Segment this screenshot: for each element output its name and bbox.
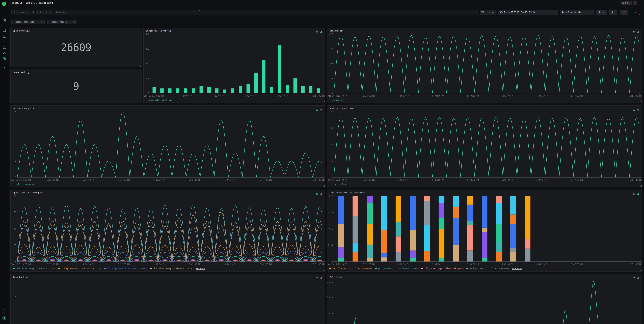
chart-actions-sec[interactable]: 050100150200Dec 16 5:29:30 PM5:32:00 PM5… xyxy=(327,28,642,103)
lucene-toggle[interactable]: Lucene xyxy=(488,11,494,13)
legend-item[interactable]: poll_success_syn..-flow-task-queue xyxy=(420,267,463,270)
bar-chart-toggle-icon[interactable] xyxy=(637,192,640,195)
resize-handle[interactable] xyxy=(324,101,325,102)
legend-item[interactable]: poll_timeout · c..-flow-task-queue xyxy=(375,267,418,270)
bar-chart-toggle-icon[interactable] xyxy=(637,277,640,279)
svg-text:100: 100 xyxy=(12,195,16,197)
chart-p95-latency[interactable]: 0.0380.0290.019 xyxy=(327,274,642,324)
bar-chart-toggle-icon[interactable] xyxy=(320,277,323,279)
query-language-toggle[interactable]: SQL | Lucene xyxy=(480,10,496,15)
app-logo[interactable] xyxy=(2,1,7,6)
svg-text:5K: 5K xyxy=(330,160,333,162)
temporal-namespace-filter[interactable]: Temporal namespace xyxy=(12,20,44,24)
sidebar-item-chart-explorer[interactable] xyxy=(2,34,6,38)
chart-task-backlog[interactable]: 432 xyxy=(10,274,325,324)
granularity-select[interactable]: Auto Granularity xyxy=(560,10,594,15)
legend-item[interactable]: clickpipes-aws-p..outheast-2.12c4n xyxy=(150,267,192,270)
refresh-button[interactable] xyxy=(610,10,617,15)
chart-pending-requests[interactable]: 05K10K15K20KDec 16 5:29:30 PM5:32:00 PM5… xyxy=(327,106,642,187)
line-chart-toggle-icon[interactable] xyxy=(633,30,636,33)
svg-text:5:47:00 PM: 5:47:00 PM xyxy=(260,263,272,266)
svg-text:0.6: 0.6 xyxy=(146,48,149,50)
svg-text:5:51:00 PM: 5:51:00 PM xyxy=(313,179,324,181)
resize-handle[interactable] xyxy=(324,185,325,187)
dashboard-menu-button[interactable]: ⋮ xyxy=(633,1,637,5)
svg-text:5:37:00 PM: 5:37:00 PM xyxy=(118,179,130,181)
line-chart-toggle-icon[interactable] xyxy=(633,108,636,111)
time-range-picker[interactable]: Dec 16 17:29:30 - Dec 16 17:51:30 xyxy=(498,10,558,15)
resize-handle[interactable] xyxy=(640,270,642,271)
sql-toggle[interactable]: SQL xyxy=(481,11,484,13)
svg-text:5:47:00 PM: 5:47:00 PM xyxy=(571,95,582,97)
panel-title: Active Namespaces xyxy=(13,107,34,110)
resize-handle[interactable] xyxy=(140,101,141,102)
bar-chart-toggle-icon[interactable] xyxy=(637,30,640,33)
run-query-button[interactable] xyxy=(630,10,640,15)
legend-item[interactable]: clickpipes-aws-p..outheast-2.12c4n xyxy=(58,267,101,270)
chart-task-queue-poll-outcomes[interactable]: 00.050.10.150.2Dec 16 5:29:30 PM5:32:00 … xyxy=(327,190,642,271)
legend-item[interactable]: clickpipes-aws-p..-us-east-2.12c4n xyxy=(12,267,55,270)
temporal-region-filter[interactable]: Temporal region xyxy=(48,20,77,24)
line-chart-toggle-icon[interactable] xyxy=(316,192,318,195)
search-input[interactable] xyxy=(12,10,479,15)
line-chart-toggle-icon[interactable] xyxy=(316,277,318,279)
svg-text:75: 75 xyxy=(14,211,16,213)
legend-item[interactable]: poll_success · c..-flow-task-queue xyxy=(466,267,509,270)
sidebar-item-search[interactable] xyxy=(2,28,6,32)
bar-chart-toggle-icon[interactable] xyxy=(637,108,640,111)
sidebar-item-settings[interactable] xyxy=(2,66,6,70)
select-chevrons-icon xyxy=(41,21,43,23)
namespace-filter-label: Temporal namespace xyxy=(13,21,34,23)
svg-text:Dec 16 5:29:30 PM: Dec 16 5:29:30 PM xyxy=(328,179,347,181)
svg-text:5:32:00 PM: 5:32:00 PM xyxy=(47,263,58,266)
resize-handle[interactable] xyxy=(640,185,642,187)
resize-handle[interactable] xyxy=(140,65,141,67)
select-chevrons-icon xyxy=(590,11,592,13)
legend-item[interactable]: no_poller_tasks ..-flow-task-queue xyxy=(329,267,372,270)
bar-chart-toggle-icon[interactable] xyxy=(320,192,323,195)
svg-text:5:44:30 PM: 5:44:30 PM xyxy=(536,263,548,266)
svg-text:10K: 10K xyxy=(329,143,333,146)
chart-operations-per-namespace[interactable]: 0255075100Dec 16 5:29:30 PM5:32:00 PM5:3… xyxy=(10,190,325,271)
sidebar-item-service-map[interactable] xyxy=(2,51,6,55)
line-chart-toggle-icon[interactable] xyxy=(316,30,318,33)
page-title: Example Temporal dashboard xyxy=(12,1,53,4)
bar-chart-toggle-icon[interactable] xyxy=(320,108,323,111)
filter-edit-button[interactable] xyxy=(620,10,628,15)
legend-item[interactable]: successful workflows xyxy=(146,99,172,101)
resize-handle[interactable] xyxy=(324,270,325,271)
chart-successful-workflows[interactable]: 00.20.40.60.8Dec 16 5:29:30 PM5:34:00 PM… xyxy=(144,28,325,103)
svg-text:50: 50 xyxy=(14,228,16,230)
svg-text:5:37:00 PM: 5:37:00 PM xyxy=(432,95,444,97)
svg-text:5:34:30 PM: 5:34:30 PM xyxy=(398,179,409,181)
search-toolbar: SQL | Lucene Dec 16 17:29:30 - Dec 16 17… xyxy=(8,10,644,15)
legend-item[interactable]: action/sec xyxy=(329,99,344,101)
legend-more-link[interactable]: +12 more xyxy=(196,267,205,270)
panel-task-backlog: Task backlog 432 xyxy=(10,274,325,324)
svg-text:0.1: 0.1 xyxy=(329,228,333,230)
resize-handle[interactable] xyxy=(640,101,642,102)
legend-more-link[interactable]: +56 more xyxy=(512,267,522,270)
line-chart-toggle-icon[interactable] xyxy=(633,277,636,279)
line-chart-toggle-icon[interactable] xyxy=(633,192,636,195)
live-button[interactable]: Live xyxy=(596,10,607,15)
panel-title: Successful workflows xyxy=(146,29,171,32)
collapse-sidebar-icon[interactable] xyxy=(2,19,6,22)
sidebar-item-dashboards[interactable] xyxy=(2,57,6,61)
sidebar-item-client-sessions[interactable] xyxy=(2,46,6,49)
svg-text:0.15: 0.15 xyxy=(328,211,333,214)
svg-text:Dec 16 5:29:30 PM: Dec 16 5:29:30 PM xyxy=(11,263,31,266)
user-avatar[interactable]: D xyxy=(2,316,6,320)
legend-item[interactable]: requests/sec xyxy=(329,183,346,185)
legend-item[interactable]: active namespaces xyxy=(12,183,36,185)
svg-text:5:51:00 PM: 5:51:00 PM xyxy=(313,263,324,266)
help-button[interactable]: ? xyxy=(2,309,6,314)
bar-chart-toggle-icon[interactable] xyxy=(320,30,323,33)
legend-item[interactable]: clickpipes-aws-p..-us-east-1.12c4n xyxy=(104,267,146,270)
sidebar-item-alerts[interactable] xyxy=(2,40,6,43)
line-chart-toggle-icon[interactable] xyxy=(316,108,318,111)
chart-active-namespaces[interactable]: 02468Dec 16 5:29:30 PM5:32:00 PM5:34:30 … xyxy=(10,106,325,187)
region-filter-label: Temporal region xyxy=(49,21,67,23)
filter-icon xyxy=(623,11,626,13)
tags-button[interactable]: 0 Tags xyxy=(620,1,632,5)
